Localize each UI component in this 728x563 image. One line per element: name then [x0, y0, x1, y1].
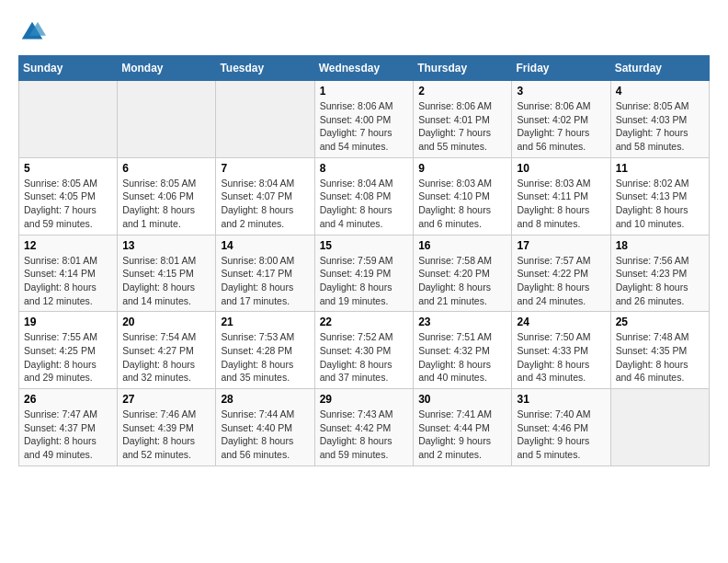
page-header	[18, 18, 710, 46]
calendar-cell: 20Sunrise: 7:54 AM Sunset: 4:27 PM Dayli…	[118, 312, 216, 389]
calendar-week-row: 5Sunrise: 8:05 AM Sunset: 4:05 PM Daylig…	[19, 157, 710, 235]
day-info: Sunrise: 7:43 AM Sunset: 4:42 PM Dayligh…	[320, 408, 409, 462]
day-info: Sunrise: 8:02 AM Sunset: 4:13 PM Dayligh…	[616, 177, 704, 231]
day-number: 18	[616, 239, 704, 252]
logo-icon	[18, 18, 46, 46]
day-number: 24	[517, 316, 605, 328]
day-number: 11	[616, 162, 704, 175]
day-number: 1	[320, 85, 409, 98]
calendar-cell: 18Sunrise: 7:56 AM Sunset: 4:23 PM Dayli…	[610, 235, 709, 312]
calendar-cell: 28Sunrise: 7:44 AM Sunset: 4:40 PM Dayli…	[216, 389, 314, 466]
day-number: 10	[517, 162, 605, 175]
calendar-cell: 15Sunrise: 7:59 AM Sunset: 4:19 PM Dayli…	[314, 235, 414, 312]
calendar-cell: 8Sunrise: 8:04 AM Sunset: 4:08 PM Daylig…	[314, 157, 414, 235]
calendar-cell: 24Sunrise: 7:50 AM Sunset: 4:33 PM Dayli…	[512, 312, 610, 389]
day-info: Sunrise: 7:56 AM Sunset: 4:23 PM Dayligh…	[616, 254, 704, 308]
day-info: Sunrise: 7:46 AM Sunset: 4:39 PM Dayligh…	[122, 408, 210, 462]
day-number: 23	[418, 316, 506, 328]
calendar-cell: 23Sunrise: 7:51 AM Sunset: 4:32 PM Dayli…	[414, 312, 512, 389]
calendar-cell: 5Sunrise: 8:05 AM Sunset: 4:05 PM Daylig…	[19, 157, 118, 235]
day-info: Sunrise: 7:41 AM Sunset: 4:44 PM Dayligh…	[418, 408, 506, 462]
calendar-cell: 12Sunrise: 8:01 AM Sunset: 4:14 PM Dayli…	[19, 235, 118, 312]
weekday-header-monday: Monday	[118, 56, 216, 81]
day-info: Sunrise: 8:05 AM Sunset: 4:03 PM Dayligh…	[616, 99, 704, 154]
day-info: Sunrise: 7:54 AM Sunset: 4:27 PM Dayligh…	[122, 330, 210, 385]
day-info: Sunrise: 7:52 AM Sunset: 4:30 PM Dayligh…	[320, 330, 409, 385]
calendar-cell: 30Sunrise: 7:41 AM Sunset: 4:44 PM Dayli…	[414, 389, 512, 466]
day-number: 3	[517, 85, 605, 98]
day-info: Sunrise: 8:05 AM Sunset: 4:05 PM Dayligh…	[24, 177, 112, 231]
day-info: Sunrise: 8:01 AM Sunset: 4:14 PM Dayligh…	[24, 254, 112, 308]
day-info: Sunrise: 8:04 AM Sunset: 4:07 PM Dayligh…	[221, 177, 309, 231]
calendar-cell: 9Sunrise: 8:03 AM Sunset: 4:10 PM Daylig…	[414, 157, 512, 235]
day-info: Sunrise: 8:05 AM Sunset: 4:06 PM Dayligh…	[122, 177, 210, 231]
day-number: 9	[418, 162, 506, 175]
calendar-cell: 25Sunrise: 7:48 AM Sunset: 4:35 PM Dayli…	[610, 312, 709, 389]
day-number: 21	[221, 316, 309, 328]
calendar-cell	[118, 81, 216, 158]
weekday-header-saturday: Saturday	[610, 56, 709, 81]
day-number: 12	[24, 239, 112, 252]
day-number: 17	[517, 239, 605, 252]
day-number: 6	[122, 162, 210, 175]
day-number: 19	[24, 316, 112, 328]
day-info: Sunrise: 7:40 AM Sunset: 4:46 PM Dayligh…	[517, 408, 605, 462]
day-info: Sunrise: 7:55 AM Sunset: 4:25 PM Dayligh…	[24, 330, 112, 385]
day-number: 25	[616, 316, 704, 328]
day-number: 7	[221, 162, 309, 175]
calendar-cell: 14Sunrise: 8:00 AM Sunset: 4:17 PM Dayli…	[216, 235, 314, 312]
logo	[18, 18, 48, 46]
day-number: 4	[616, 85, 704, 98]
calendar-cell: 22Sunrise: 7:52 AM Sunset: 4:30 PM Dayli…	[314, 312, 414, 389]
calendar-cell: 16Sunrise: 7:58 AM Sunset: 4:20 PM Dayli…	[414, 235, 512, 312]
day-number: 22	[320, 316, 409, 328]
calendar-cell: 7Sunrise: 8:04 AM Sunset: 4:07 PM Daylig…	[216, 157, 314, 235]
calendar-cell: 27Sunrise: 7:46 AM Sunset: 4:39 PM Dayli…	[118, 389, 216, 466]
day-number: 13	[122, 239, 210, 252]
calendar-table: SundayMondayTuesdayWednesdayThursdayFrid…	[18, 55, 710, 466]
calendar-cell: 13Sunrise: 8:01 AM Sunset: 4:15 PM Dayli…	[118, 235, 216, 312]
calendar-cell	[19, 81, 118, 158]
day-info: Sunrise: 8:03 AM Sunset: 4:11 PM Dayligh…	[517, 177, 605, 231]
calendar-cell: 11Sunrise: 8:02 AM Sunset: 4:13 PM Dayli…	[610, 157, 709, 235]
day-number: 8	[320, 162, 409, 175]
calendar-week-row: 19Sunrise: 7:55 AM Sunset: 4:25 PM Dayli…	[19, 312, 710, 389]
day-number: 31	[517, 393, 605, 406]
calendar-cell: 1Sunrise: 8:06 AM Sunset: 4:00 PM Daylig…	[314, 81, 414, 158]
day-info: Sunrise: 7:59 AM Sunset: 4:19 PM Dayligh…	[320, 254, 409, 308]
day-number: 27	[122, 393, 210, 406]
calendar-cell: 26Sunrise: 7:47 AM Sunset: 4:37 PM Dayli…	[19, 389, 118, 466]
calendar-cell: 6Sunrise: 8:05 AM Sunset: 4:06 PM Daylig…	[118, 157, 216, 235]
day-number: 20	[122, 316, 210, 328]
day-info: Sunrise: 8:04 AM Sunset: 4:08 PM Dayligh…	[320, 177, 409, 231]
calendar-cell: 29Sunrise: 7:43 AM Sunset: 4:42 PM Dayli…	[314, 389, 414, 466]
day-info: Sunrise: 7:58 AM Sunset: 4:20 PM Dayligh…	[418, 254, 506, 308]
weekday-header-friday: Friday	[512, 56, 610, 81]
day-info: Sunrise: 8:01 AM Sunset: 4:15 PM Dayligh…	[122, 254, 210, 308]
calendar-cell: 3Sunrise: 8:06 AM Sunset: 4:02 PM Daylig…	[512, 81, 610, 158]
weekday-header-sunday: Sunday	[19, 56, 118, 81]
calendar-week-row: 12Sunrise: 8:01 AM Sunset: 4:14 PM Dayli…	[19, 235, 710, 312]
calendar-cell: 2Sunrise: 8:06 AM Sunset: 4:01 PM Daylig…	[414, 81, 512, 158]
day-info: Sunrise: 7:51 AM Sunset: 4:32 PM Dayligh…	[418, 330, 506, 385]
calendar-cell	[610, 389, 709, 466]
day-info: Sunrise: 7:53 AM Sunset: 4:28 PM Dayligh…	[221, 330, 309, 385]
calendar-cell	[216, 81, 314, 158]
day-number: 14	[221, 239, 309, 252]
day-info: Sunrise: 7:44 AM Sunset: 4:40 PM Dayligh…	[221, 408, 309, 462]
calendar-cell: 19Sunrise: 7:55 AM Sunset: 4:25 PM Dayli…	[19, 312, 118, 389]
day-info: Sunrise: 8:06 AM Sunset: 4:01 PM Dayligh…	[418, 99, 506, 154]
weekday-header-wednesday: Wednesday	[314, 56, 414, 81]
day-number: 30	[418, 393, 506, 406]
calendar-week-row: 26Sunrise: 7:47 AM Sunset: 4:37 PM Dayli…	[19, 389, 710, 466]
weekday-header-thursday: Thursday	[414, 56, 512, 81]
day-number: 2	[418, 85, 506, 98]
day-info: Sunrise: 8:00 AM Sunset: 4:17 PM Dayligh…	[221, 254, 309, 308]
day-number: 28	[221, 393, 309, 406]
day-number: 15	[320, 239, 409, 252]
weekday-header-tuesday: Tuesday	[216, 56, 314, 81]
day-info: Sunrise: 7:50 AM Sunset: 4:33 PM Dayligh…	[517, 330, 605, 385]
day-info: Sunrise: 7:48 AM Sunset: 4:35 PM Dayligh…	[616, 330, 704, 385]
day-info: Sunrise: 7:57 AM Sunset: 4:22 PM Dayligh…	[517, 254, 605, 308]
day-number: 29	[320, 393, 409, 406]
